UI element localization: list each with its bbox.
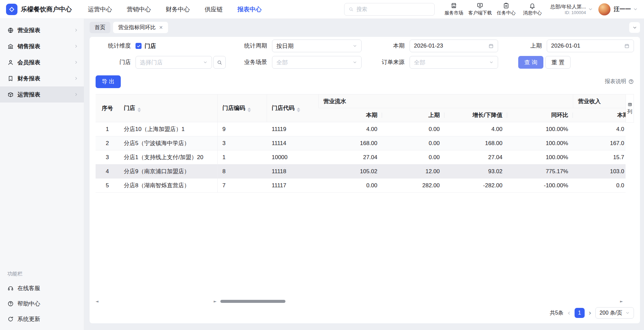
headset-icon xyxy=(7,285,14,291)
table-cell: 0.00 xyxy=(382,136,444,150)
sidebar-item-help-center[interactable]: 帮助中心 xyxy=(0,296,84,311)
table-cell: 168.00 xyxy=(318,136,382,150)
table-cell: 8 xyxy=(218,164,267,179)
table-cell: 0.00 xyxy=(382,150,444,164)
table-row[interactable]: 2分店5（宁波镇海中学店）311114168.000.00168.00100.0… xyxy=(96,136,626,150)
column-header-index[interactable]: 序号 xyxy=(96,94,119,122)
sidebar-item-sales-reports[interactable]: 销售报表 xyxy=(0,38,84,54)
dimension-label: 统计维度 xyxy=(96,40,131,52)
scrollbar-thumb[interactable] xyxy=(220,300,285,303)
reset-button[interactable]: 重 置 xyxy=(545,56,571,69)
query-button[interactable]: 查 询 xyxy=(518,56,543,69)
column-panel-label: 列 xyxy=(627,109,632,115)
scroll-left-arrow-icon[interactable]: ◄ xyxy=(96,300,98,304)
sidebar-footer: 功能栏 在线客服 帮助中心 系统更新 xyxy=(0,267,84,330)
current-period-value: 2026-01-23 xyxy=(414,43,443,49)
app-logo[interactable] xyxy=(6,4,17,15)
tab-report-comparison[interactable]: 营业指标同环比 ✕ xyxy=(113,22,168,33)
table-row[interactable]: 1分店10（上海加盟店）19111194.000.004.00100.00%4.… xyxy=(96,122,626,136)
table-cell: 分店10（上海加盟店）1 xyxy=(119,122,218,136)
tab-close-icon[interactable]: ✕ xyxy=(159,25,163,30)
page-size-value: 200 条/页 xyxy=(599,310,622,317)
scroll-right-arrow-icon[interactable]: ► xyxy=(214,300,216,304)
period-value: 按日期 xyxy=(276,42,293,50)
quick-link-label: 服务市场 xyxy=(444,10,463,16)
sidebar-item-label: 营业报表 xyxy=(17,26,40,34)
nav-operation-center[interactable]: 运营中心 xyxy=(88,5,112,13)
column-header-delta[interactable]: 增长/下降值 xyxy=(444,108,507,122)
store-select[interactable]: 选择门店 xyxy=(136,56,212,69)
table-row[interactable]: 5分店8（湖南智烁直营店）7111170.00282.00-282.00-100… xyxy=(96,179,626,193)
table-cell: 15.7 xyxy=(573,150,626,164)
current-period-date-input[interactable]: 2026-01-23 xyxy=(410,40,498,52)
quick-link-service-market[interactable]: 服务市场 xyxy=(441,2,467,16)
column-header-previous[interactable]: 上期 xyxy=(382,108,444,122)
search-input[interactable] xyxy=(357,6,431,12)
pagination-next-button[interactable]: › xyxy=(589,309,592,317)
table-row[interactable]: 4分店9（南京浦口加盟店）811118105.0212.0093.02775.1… xyxy=(96,164,626,179)
column-header-current[interactable]: 本期 xyxy=(318,108,382,122)
avatar[interactable] xyxy=(598,3,610,15)
scroll-right-end-arrow-icon[interactable]: ► xyxy=(620,300,623,304)
nav-supply-chain[interactable]: 供应链 xyxy=(205,5,223,13)
store-icon xyxy=(450,2,457,9)
pagination-page-1[interactable]: 1 xyxy=(575,308,585,318)
column-header-store[interactable]: 门店 xyxy=(119,94,218,122)
quick-link-task-center[interactable]: 任务中心 xyxy=(493,2,519,16)
sidebar-item-member-reports[interactable]: 会员报表 xyxy=(0,54,84,70)
sort-icon[interactable] xyxy=(248,108,251,112)
nav-finance-center[interactable]: 财务中心 xyxy=(166,5,190,13)
column-header-ratio[interactable]: 同环比 xyxy=(507,108,573,122)
order-source-value: 全部 xyxy=(414,59,425,66)
previous-period-date-input[interactable]: 2026-01-01 xyxy=(547,40,634,52)
sort-icon[interactable] xyxy=(297,108,300,112)
nav-marketing-center[interactable]: 营销中心 xyxy=(127,5,151,13)
sidebar-item-label: 系统更新 xyxy=(17,315,40,323)
order-source-select[interactable]: 全部 xyxy=(410,56,498,69)
tab-home[interactable]: 首页 xyxy=(90,22,110,33)
chevron-down-icon xyxy=(353,60,357,65)
chevron-right-icon xyxy=(74,28,78,32)
table-row[interactable]: 3分店1（支持线上支付/加盟）2011000027.040.0027.04100… xyxy=(96,150,626,164)
scene-select[interactable]: 全部 xyxy=(272,56,362,69)
user-menu[interactable]: 汪一一 xyxy=(614,5,638,13)
nav-report-center[interactable]: 报表中心 xyxy=(237,5,262,13)
calendar-icon xyxy=(624,43,630,49)
sidebar-item-business-reports[interactable]: 营业报表 xyxy=(0,22,84,38)
quick-link-message-center[interactable]: 消息中心 xyxy=(519,2,545,16)
column-header-revenue-current[interactable]: 本期 xyxy=(573,108,626,122)
horizontal-scrollbar[interactable]: ◄ ► ► xyxy=(96,299,626,304)
global-search[interactable] xyxy=(344,3,435,16)
quick-link-label: 任务中心 xyxy=(497,10,516,16)
scene-label: 业务场景 xyxy=(230,56,267,69)
sort-icon[interactable] xyxy=(138,108,141,112)
filter-row-2: 门店 选择门店 业务场景 全部 订单来源 全部 查 询 xyxy=(96,56,634,69)
pagination-total: 共5条 xyxy=(550,310,564,317)
dimension-store-checkbox[interactable]: 门店 xyxy=(136,40,156,52)
table-cell: 4.0 xyxy=(573,122,626,136)
sidebar-item-online-support[interactable]: 在线客服 xyxy=(0,280,84,296)
table-cell: 分店9（南京浦口加盟店） xyxy=(119,164,218,179)
column-header-store-id[interactable]: 门店编码 xyxy=(218,94,267,122)
table-cell: 11119 xyxy=(267,122,318,136)
question-circle-icon xyxy=(7,301,14,307)
search-icon xyxy=(217,60,222,65)
period-select[interactable]: 按日期 xyxy=(272,40,362,52)
store-search-button[interactable] xyxy=(213,56,226,69)
report-help-link[interactable]: 报表说明 xyxy=(605,78,634,85)
sidebar-item-operation-reports[interactable]: 运营报表 xyxy=(0,86,84,103)
quick-link-client-download[interactable]: 客户端下载 xyxy=(467,2,493,16)
table-empty-space xyxy=(96,193,634,299)
sidebar-item-finance-reports[interactable]: 财务报表 xyxy=(0,70,84,86)
table-cell: 4.00 xyxy=(444,122,507,136)
pagination-prev-button[interactable]: ‹ xyxy=(568,309,571,317)
column-settings-panel-toggle[interactable]: 列 xyxy=(626,94,634,123)
sidebar-item-system-update[interactable]: 系统更新 xyxy=(0,311,84,327)
org-id: ID: 100004 xyxy=(565,10,586,15)
page-size-select[interactable]: 200 条/页 xyxy=(595,307,634,319)
chevron-right-icon xyxy=(74,76,78,81)
column-header-store-code[interactable]: 门店代码 xyxy=(267,94,318,122)
org-switcher[interactable]: 总部/年轻人第... ID: 100004 xyxy=(550,4,593,15)
export-button[interactable]: 导 出 xyxy=(96,75,121,88)
tab-list-chevron-button[interactable] xyxy=(629,22,640,33)
